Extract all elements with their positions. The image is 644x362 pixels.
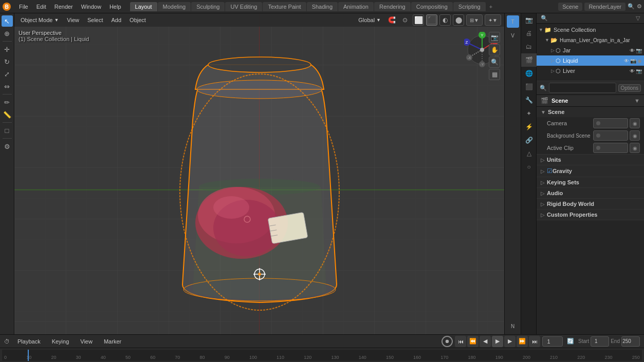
menu-file[interactable]: File	[15, 3, 32, 11]
viewport-object-menu[interactable]: Object	[126, 16, 149, 24]
next-keyframe-btn[interactable]: ▶	[504, 336, 516, 347]
tab-compositing[interactable]: Compositing	[411, 2, 453, 11]
tab-uv-editing[interactable]: UV Editing	[225, 2, 262, 11]
tab-rendering[interactable]: Rendering	[374, 2, 411, 11]
tool-cursor[interactable]: ⊕	[2, 28, 13, 39]
props-tab-modifier[interactable]: 🔧	[521, 93, 537, 107]
tool-measure[interactable]: 📏	[2, 109, 13, 120]
active-clip-value[interactable]	[593, 143, 628, 153]
viewport-navigation-gizmo[interactable]: X -X Y -Y Z 📷 ✋ 🔍 ▦	[464, 32, 500, 69]
tool-transform[interactable]: ⇔	[2, 81, 13, 92]
gravity-section-header[interactable]: ▷ ☑ Gravity	[537, 165, 644, 177]
timeline-view-menu[interactable]: View	[77, 337, 96, 346]
outliner-item-liver[interactable]: ▷ ⬡ Liver 👁 📷	[537, 66, 644, 76]
next-frame-btn[interactable]: ⏩	[517, 336, 528, 347]
props-tab-scene[interactable]: 🎬	[521, 53, 537, 67]
tool-rotate[interactable]: ↻	[2, 56, 13, 67]
timeline-playhead[interactable]	[28, 350, 29, 361]
outliner-item-jar[interactable]: ▷ ⬡ Jar 👁 📷	[537, 45, 644, 55]
shading-rendered[interactable]: ⬤	[453, 14, 464, 26]
zoom-camera-icon[interactable]: 📷	[489, 32, 500, 43]
menu-window[interactable]: Window	[78, 3, 105, 11]
tab-texture-paint[interactable]: Texture Paint	[263, 2, 306, 11]
render-layer-selector[interactable]: RenderLayer	[584, 3, 625, 11]
viewport-view-menu[interactable]: View	[64, 16, 82, 24]
camera-value[interactable]	[593, 118, 628, 128]
sidebar-tool-icon[interactable]: T	[507, 15, 519, 28]
props-tab-physics[interactable]: ⚡	[521, 120, 537, 134]
sidebar-properties-icon[interactable]: N	[507, 320, 519, 332]
props-tab-particles[interactable]: ✦	[521, 107, 537, 120]
shading-wireframe[interactable]: ⬜	[413, 14, 424, 26]
liver-render-icon[interactable]: 📷	[636, 68, 642, 74]
search-icon[interactable]: 🔍	[628, 3, 635, 10]
props-tab-material[interactable]: ○	[521, 160, 537, 174]
menu-render[interactable]: Render	[51, 3, 77, 11]
viewport[interactable]: Object Mode ▼ View Select Add Object Glo…	[14, 13, 504, 334]
outliner-filter-icon[interactable]: ▽	[636, 15, 640, 22]
outliner-item-scene-collection[interactable]: ▼ 📁 Scene Collection	[537, 25, 644, 35]
prev-frame-btn[interactable]: ⏪	[467, 336, 479, 347]
add-workspace-tab[interactable]: +	[486, 3, 495, 11]
tool-select[interactable]: ↖	[2, 15, 13, 27]
zoom-view-icon[interactable]: 🔍	[489, 56, 500, 68]
proportional-edit-toggle[interactable]: ⊙	[399, 14, 411, 26]
viewport-select-menu[interactable]: Select	[84, 16, 106, 24]
options-btn[interactable]: Options	[618, 84, 641, 92]
play-btn[interactable]: ▶	[492, 336, 503, 347]
tab-animation[interactable]: Animation	[338, 2, 374, 11]
units-section-header[interactable]: ▷ Units	[537, 155, 644, 165]
keying-sets-header[interactable]: ▷ Keying Sets	[537, 177, 644, 187]
props-tab-view-layer[interactable]: 🗂	[521, 40, 537, 53]
outliner-item-liver-jar[interactable]: ▼ 📂 Human_Liver_Organ_in_a_Jar	[537, 35, 644, 45]
current-frame-input[interactable]	[542, 336, 563, 347]
props-tab-world[interactable]: 🌐	[521, 67, 537, 80]
timeline-keying-menu[interactable]: Keying	[48, 337, 73, 346]
gravity-checkbox-icon[interactable]: ☑	[547, 167, 553, 175]
object-mode-dropdown[interactable]: Object Mode ▼	[17, 16, 62, 24]
outliner-item-liquid[interactable]: ▷ ⬡ Liquid 👁 📷 ◉	[537, 55, 644, 66]
snap-toggle[interactable]: 🧲	[386, 14, 397, 26]
liquid-extra-icon[interactable]: ◉	[637, 58, 642, 64]
tool-scale[interactable]: ⤢	[2, 68, 13, 80]
record-button[interactable]: ⏺	[441, 336, 453, 347]
visibility-icon[interactable]: 👁	[630, 48, 635, 53]
prev-keyframe-btn[interactable]: ◀	[480, 336, 491, 347]
sidebar-view-icon[interactable]: V	[507, 29, 519, 42]
liquid-visibility-icon[interactable]: 👁	[624, 58, 629, 64]
scene-expand-icon[interactable]: ▼	[634, 98, 640, 104]
menu-help[interactable]: Help	[106, 3, 125, 11]
rigid-body-world-header[interactable]: ▷ Rigid Body World	[537, 199, 644, 209]
audio-section-header[interactable]: ▷ Audio	[537, 188, 644, 198]
toggle-quad-view-icon[interactable]: ▦	[489, 69, 500, 80]
start-frame-input[interactable]	[591, 336, 609, 347]
tab-shading[interactable]: Shading	[307, 2, 338, 11]
skip-to-end-btn[interactable]: ⏭	[529, 336, 540, 347]
bg-scene-extra-btn[interactable]: ◉	[630, 130, 640, 141]
props-tab-render[interactable]: 📷	[521, 13, 537, 27]
scene-section-header[interactable]: ▼ Scene	[537, 107, 644, 117]
custom-props-header[interactable]: ▷ Custom Properties	[537, 209, 644, 220]
tab-modeling[interactable]: Modeling	[158, 2, 191, 11]
pan-view-icon[interactable]: ✋	[489, 44, 500, 55]
tool-pose[interactable]: ⚙	[2, 141, 13, 152]
frame-rate-toggle[interactable]: 🔄	[565, 336, 576, 347]
active-clip-extra-btn[interactable]: ◉	[630, 143, 640, 153]
liquid-render-icon[interactable]: 📷	[630, 58, 636, 64]
timeline-playback-menu[interactable]: Playback	[14, 337, 44, 346]
props-tab-object[interactable]: ⬛	[521, 80, 537, 93]
menu-edit[interactable]: Edit	[33, 3, 50, 11]
timeline-number-line[interactable]: 0 10 20 30 40 50 60 70 80 90 100 110 120…	[2, 350, 642, 361]
camera-extra-btn[interactable]: ◉	[630, 118, 640, 128]
tab-layout[interactable]: Layout	[130, 2, 157, 11]
tool-add-cube[interactable]: □	[2, 125, 13, 136]
tool-annotate[interactable]: ✏	[2, 97, 13, 108]
end-frame-input[interactable]	[621, 336, 640, 347]
scene-selector[interactable]: Scene	[558, 3, 582, 11]
viewport-add-menu[interactable]: Add	[108, 16, 125, 24]
tab-sculpting[interactable]: Sculpting	[191, 2, 225, 11]
shading-solid[interactable]: ⬛	[426, 14, 437, 26]
bg-scene-value[interactable]	[593, 130, 628, 141]
props-tab-constraints[interactable]: 🔗	[521, 134, 537, 147]
props-tab-object-data[interactable]: △	[521, 147, 537, 160]
